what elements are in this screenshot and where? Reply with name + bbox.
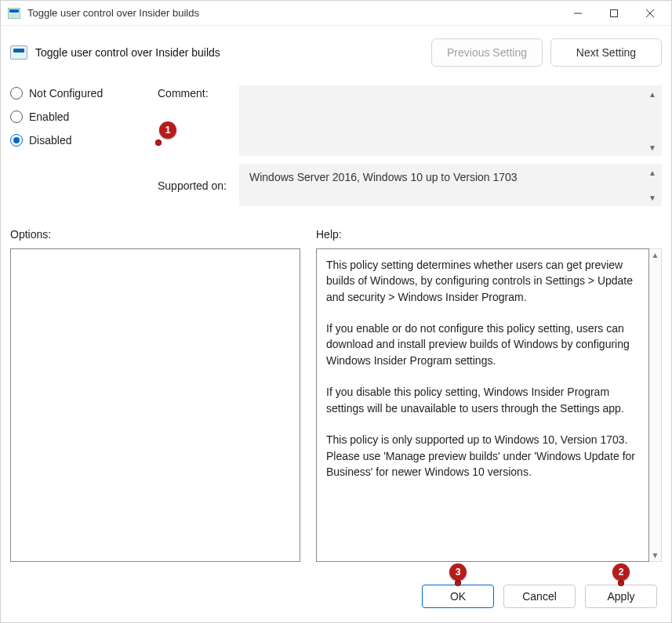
radio-icon [10,134,23,147]
supported-on-label: Supported on: [158,178,233,192]
scroll-up-icon[interactable]: ▲ [652,249,659,261]
policy-header: Toggle user control over Insider builds … [10,34,662,81]
window-icon [7,6,21,20]
button-label: Apply [607,590,634,603]
apply-button[interactable]: Apply 2 [585,585,657,608]
previous-setting-button[interactable]: Previous Setting [431,38,543,67]
annotation-badge-2: 2 [612,563,630,581]
svg-rect-2 [9,14,19,17]
annotation-pin [619,581,623,585]
svg-rect-4 [611,9,618,16]
radio-enabled[interactable]: Enabled [10,110,151,123]
scroll-down-icon[interactable]: ▼ [647,143,658,152]
radio-not-configured[interactable]: Not Configured [10,87,151,100]
comment-label: Comment: [158,85,233,100]
policy-icon [10,45,27,60]
next-setting-button[interactable]: Next Setting [550,38,662,67]
annotation-badge-1: 1 [159,121,176,139]
annotation-pin [456,581,460,585]
titlebar: Toggle user control over Insider builds [1,1,671,26]
scroll-up-icon[interactable]: ▲ [647,168,658,177]
radio-label: Enabled [29,110,69,123]
radio-icon [10,87,23,100]
supported-on-value: Windows Server 2016, Windows 10 up to Ve… [249,171,518,183]
cancel-button[interactable]: Cancel [503,585,576,608]
scroll-up-icon[interactable]: ▲ [647,89,658,99]
help-label: Help: [316,228,662,241]
svg-rect-1 [9,9,19,13]
button-label: Cancel [522,590,557,603]
button-label: OK [450,590,466,603]
radio-label: Disabled [29,134,71,147]
window-title: Toggle user control over Insider builds [27,7,199,19]
dialog-footer: OK 3 Cancel Apply 2 [10,575,662,614]
options-pane [10,248,300,562]
policy-editor-window: Toggle user control over Insider builds … [0,0,672,623]
ok-button[interactable]: OK 3 [422,585,494,608]
radio-icon [10,110,23,123]
annotation-pin [156,140,161,145]
help-pane: This policy setting determines whether u… [316,248,649,562]
comment-textarea[interactable]: ▲ ▼ [239,85,662,156]
scroll-down-icon[interactable]: ▼ [652,549,659,561]
help-scrollbar[interactable]: ▲ ▼ [649,248,662,562]
options-label: Options: [10,228,300,241]
close-button[interactable] [632,1,668,26]
radio-disabled[interactable]: Disabled 1 [10,134,151,147]
minimize-button[interactable] [560,1,596,26]
supported-on-field: Windows Server 2016, Windows 10 up to Ve… [239,164,662,206]
annotation-badge-3: 3 [449,563,467,581]
radio-label: Not Configured [29,87,103,100]
scroll-down-icon[interactable]: ▼ [647,193,658,202]
maximize-button[interactable] [596,1,632,26]
policy-title: Toggle user control over Insider builds [35,46,220,59]
